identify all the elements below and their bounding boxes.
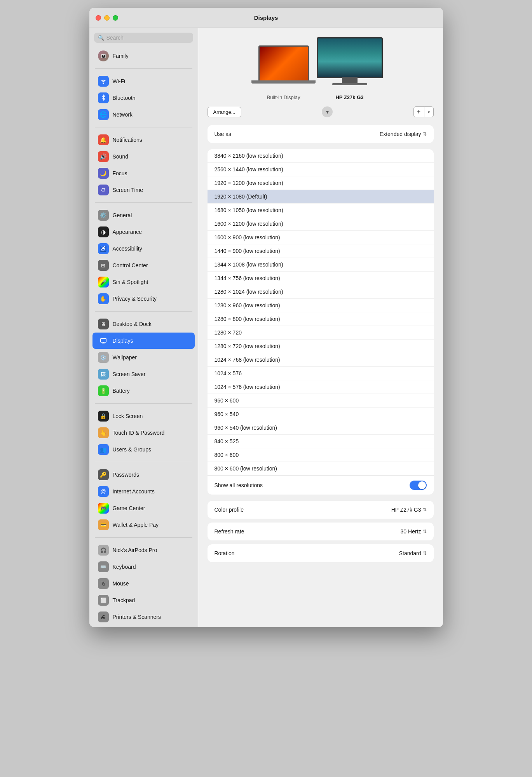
color-profile-value[interactable]: HP Z27k G3 ⇅: [391, 507, 427, 513]
resolution-row-23[interactable]: 800 × 600 (low resolution): [208, 462, 434, 476]
sidebar-item-gamecenter[interactable]: 🎮 Game Center: [92, 500, 195, 516]
sidebar-item-battery[interactable]: 🔋 Battery: [92, 383, 195, 399]
use-as-value[interactable]: Extended display ⇅: [380, 131, 427, 137]
resolution-row-1[interactable]: 2560 × 1440 (low resolution): [208, 163, 434, 176]
sidebar-item-screentime[interactable]: ⏱ Screen Time: [92, 182, 195, 198]
sidebar-item-family[interactable]: 👨‍👩‍👧 Family: [92, 48, 195, 64]
resolution-row-17[interactable]: 1024 × 576 (low resolution): [208, 380, 434, 394]
resolution-row-16[interactable]: 1024 × 576: [208, 367, 434, 380]
resolution-row-12[interactable]: 1280 × 800 (low resolution): [208, 312, 434, 326]
sidebar-item-label: Network: [113, 111, 133, 118]
sidebar-item-airpods[interactable]: 🎧 Nick's AirPods Pro: [92, 542, 195, 558]
refresh-rate-value[interactable]: 30 Hertz ⇅: [401, 528, 427, 535]
sidebar-section-lock: 🔒 Lock Screen 👆 Touch ID & Password 👥 Us…: [89, 406, 198, 460]
sidebar-item-privacy[interactable]: ✋ Privacy & Security: [92, 291, 195, 307]
search-input[interactable]: [106, 35, 189, 41]
sidebar-item-sound[interactable]: 🔊 Sound: [92, 148, 195, 165]
resolution-row-3[interactable]: 1920 × 1080 (Default): [208, 190, 434, 204]
sidebar-item-displays[interactable]: Displays: [92, 333, 195, 349]
resolution-row-8[interactable]: 1344 × 1008 (low resolution): [208, 258, 434, 272]
sidebar-item-focus[interactable]: 🌙 Focus: [92, 165, 195, 181]
sidebar-item-passwords[interactable]: 🔑 Passwords: [92, 467, 195, 483]
sidebar-item-siri[interactable]: 🎤 Siri & Spotlight: [92, 274, 195, 290]
divider-1: [95, 68, 192, 69]
display-dropdown-button[interactable]: ▾: [424, 106, 434, 117]
sidebar-item-appearance[interactable]: ◑ Appearance: [92, 224, 195, 240]
sidebar-item-label: Sound: [113, 153, 128, 160]
sidebar-item-desktopanddock[interactable]: 🖥 Desktop & Dock: [92, 316, 195, 332]
sidebar-item-label: Accessibility: [113, 246, 142, 252]
sidebar-item-printers[interactable]: 🖨 Printers & Scanners: [92, 609, 195, 625]
sidebar-item-lockscreen[interactable]: 🔒 Lock Screen: [92, 408, 195, 424]
sidebar-item-usersgroups[interactable]: 👥 Users & Groups: [92, 441, 195, 458]
passwords-icon: 🔑: [98, 469, 109, 480]
resolution-row-6[interactable]: 1600 × 900 (low resolution): [208, 231, 434, 244]
resolution-row-9[interactable]: 1344 × 756 (low resolution): [208, 272, 434, 285]
show-all-toggle[interactable]: [410, 481, 427, 490]
sidebar-item-touchid[interactable]: 👆 Touch ID & Password: [92, 425, 195, 441]
resolution-row-7[interactable]: 1440 × 900 (low resolution): [208, 244, 434, 258]
resolution-row-18[interactable]: 960 × 600: [208, 394, 434, 408]
sidebar-item-label: Nick's AirPods Pro: [113, 547, 157, 553]
sidebar-section-hardware: 🎧 Nick's AirPods Pro ⌨️ Keyboard 🖱 Mouse: [89, 540, 198, 627]
resolution-row-2[interactable]: 1920 × 1200 (low resolution): [208, 176, 434, 190]
sidebar-item-bluetooth[interactable]: Bluetooth: [92, 90, 195, 106]
refresh-rate-row: Refresh rate 30 Hertz ⇅: [208, 523, 434, 540]
sidebar-item-mouse[interactable]: 🖱 Mouse: [92, 575, 195, 592]
close-button[interactable]: [96, 15, 101, 21]
window-title: Displays: [254, 14, 278, 21]
arrange-button[interactable]: Arrange...: [208, 107, 241, 117]
resolution-row-5[interactable]: 1600 × 1200 (low resolution): [208, 217, 434, 231]
rotation-value[interactable]: Standard ⇅: [399, 550, 427, 556]
refresh-rate-value-text: 30 Hertz: [401, 528, 421, 535]
use-as-stepper-icon: ⇅: [423, 131, 427, 137]
builtin-display-preview[interactable]: Built-in Display: [258, 45, 309, 100]
resolution-label: 1680 × 1050 (low resolution): [215, 207, 283, 213]
resolution-label: 1024 × 768 (low resolution): [215, 357, 280, 363]
sidebar-item-screensaver[interactable]: 🖼 Screen Saver: [92, 366, 195, 382]
main-window: Displays 🔍 👨‍👩‍👧 Family: [89, 8, 443, 627]
minimize-button[interactable]: [104, 15, 110, 21]
sidebar-item-notifications[interactable]: 🔔 Notifications: [92, 132, 195, 148]
builtin-monitor-graphic: [258, 45, 309, 80]
resolution-label: 840 × 525: [215, 438, 239, 444]
refresh-rate-stepper: ⇅: [423, 529, 427, 534]
resolution-row-15[interactable]: 1024 × 768 (low resolution): [208, 353, 434, 367]
resolution-row-14[interactable]: 1280 × 720 (low resolution): [208, 340, 434, 353]
sidebar-item-wallet[interactable]: 💳 Wallet & Apple Pay: [92, 517, 195, 533]
sidebar-item-accessibility[interactable]: ♿ Accessibility: [92, 240, 195, 257]
sidebar-item-label: Battery: [113, 388, 130, 394]
sidebar-item-label: Screen Saver: [113, 371, 146, 377]
sidebar-item-network[interactable]: 🌐 Network: [92, 106, 195, 123]
sidebar-item-general[interactable]: ⚙️ General: [92, 207, 195, 223]
sidebar-item-wifi[interactable]: Wi-Fi: [92, 73, 195, 89]
rotation-label: Rotation: [215, 550, 235, 556]
sidebar-item-keyboard[interactable]: ⌨️ Keyboard: [92, 559, 195, 575]
hp-display-preview[interactable]: HP Z27k G3: [317, 37, 383, 100]
resolution-row-20[interactable]: 960 × 540 (low resolution): [208, 421, 434, 435]
resolution-row-21[interactable]: 840 × 525: [208, 435, 434, 448]
resolution-row-11[interactable]: 1280 × 960 (low resolution): [208, 299, 434, 312]
sidebar-item-controlcenter[interactable]: ⊞ Control Center: [92, 257, 195, 274]
sidebar-item-label: Screen Time: [113, 187, 143, 193]
sidebar-item-label: Siri & Spotlight: [113, 279, 148, 285]
resolution-row-0[interactable]: 3840 × 2160 (low resolution): [208, 149, 434, 163]
sidebar-item-label: Wallet & Apple Pay: [113, 522, 159, 528]
resolution-row-22[interactable]: 800 × 600: [208, 448, 434, 462]
focus-icon: 🌙: [98, 168, 109, 179]
lockscreen-icon: 🔒: [98, 411, 109, 422]
resolution-row-13[interactable]: 1280 × 720: [208, 326, 434, 340]
add-display-button[interactable]: +: [413, 106, 424, 117]
resolution-label: 960 × 540 (low resolution): [215, 425, 277, 431]
search-box[interactable]: 🔍: [94, 33, 193, 43]
sidebar-item-label: Mouse: [113, 580, 129, 587]
sidebar-section-family: 👨‍👩‍👧 Family: [89, 46, 198, 66]
maximize-button[interactable]: [113, 15, 118, 21]
sidebar-item-label: Wi-Fi: [113, 78, 126, 84]
resolution-row-4[interactable]: 1680 × 1050 (low resolution): [208, 204, 434, 217]
sidebar-item-internetaccounts[interactable]: @ Internet Accounts: [92, 483, 195, 500]
resolution-row-19[interactable]: 960 × 540: [208, 408, 434, 421]
resolution-row-10[interactable]: 1280 × 1024 (low resolution): [208, 285, 434, 299]
sidebar-item-wallpaper[interactable]: ❄️ Wallpaper: [92, 349, 195, 366]
sidebar-item-trackpad[interactable]: ⬜ Trackpad: [92, 592, 195, 608]
